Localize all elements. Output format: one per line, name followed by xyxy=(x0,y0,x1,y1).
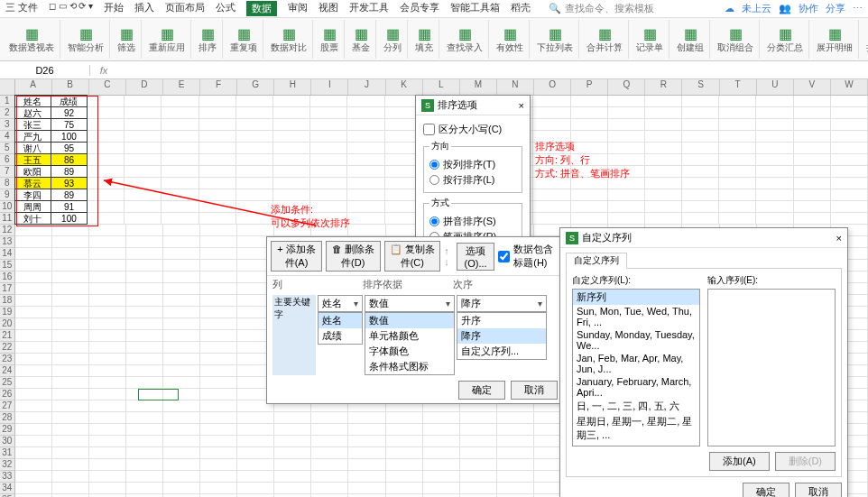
menu-8[interactable]: 会员专享 xyxy=(400,1,439,16)
ribbon-重复项[interactable]: ▦重复项 xyxy=(225,20,263,59)
col-C[interactable]: C xyxy=(89,79,126,95)
menu-6[interactable]: 视图 xyxy=(319,1,338,16)
sort-by-list[interactable]: 数值 单元格颜色 字体颜色 条件格式图标 xyxy=(365,312,455,375)
menu-5[interactable]: 审阅 xyxy=(288,1,308,16)
col-S[interactable]: S xyxy=(682,79,719,95)
ribbon-排序[interactable]: ▦排序 xyxy=(193,20,223,59)
dlg-title: 排序选项 xyxy=(438,98,477,112)
menu-9[interactable]: 智能工具箱 xyxy=(450,1,500,16)
wps-icon: S xyxy=(566,232,578,244)
header-checkbox[interactable]: 数据包含标题(H) xyxy=(498,243,559,270)
menu-3[interactable]: 公式 xyxy=(216,1,235,16)
menu-file[interactable]: 三 文件 xyxy=(5,1,38,16)
ribbon-股票[interactable]: ▦股票 xyxy=(315,20,345,59)
ribbon-下拉列表[interactable]: ▦下拉列表 xyxy=(531,20,579,59)
ribbon-数据透视表[interactable]: ▦数据透视表 xyxy=(4,20,60,59)
col-D[interactable]: D xyxy=(126,79,163,95)
add-button[interactable]: 添加(A) xyxy=(709,452,770,471)
ribbon: ▦数据透视表▦智能分析▦筛选▦重新应用▦排序▦重复项▦数据对比▦股票▦基金▦分列… xyxy=(0,18,868,61)
anno-opt: 排序选项 方向: 列、行 方式: 拼音、笔画排序 xyxy=(535,140,630,180)
col-L[interactable]: L xyxy=(423,79,460,95)
fx-icon[interactable]: fx xyxy=(90,65,117,76)
tab-custom[interactable]: 自定义序列 xyxy=(566,253,627,269)
custom-list-dialog: S自定义序列× 自定义序列 自定义序列(L): 新序列Sun, Mon, Tue… xyxy=(559,227,848,497)
menu-bar: 三 文件 ◻ ▭ ⟲ ⟳ ▾ 开始 插入 页面布局 公式 数据 审阅 视图 开发… xyxy=(0,0,868,18)
dir-row-radio[interactable]: 按行排序(L) xyxy=(429,173,516,187)
ribbon-分类汇总[interactable]: ▦分类汇总 xyxy=(762,20,809,59)
col-T[interactable]: T xyxy=(720,79,757,95)
col-I[interactable]: I xyxy=(311,79,348,95)
col-M[interactable]: M xyxy=(460,79,497,95)
col-P[interactable]: P xyxy=(571,79,608,95)
sort-order-list[interactable]: 升序 降序 自定义序列... xyxy=(457,312,547,360)
sort-col-list[interactable]: 姓名 成绩 xyxy=(318,312,363,345)
sort-ok-button[interactable]: 确定 xyxy=(458,381,505,400)
ribbon-有效性[interactable]: ▦有效性 xyxy=(491,20,530,59)
col-E[interactable]: E xyxy=(163,79,200,95)
custom-ok-button[interactable]: 确定 xyxy=(743,483,790,497)
del-button[interactable]: 删除(D) xyxy=(775,452,836,471)
col-O[interactable]: O xyxy=(534,79,571,95)
ribbon-数据对比[interactable]: ▦数据对比 xyxy=(265,20,313,59)
sort-by-select[interactable]: 数值 xyxy=(365,295,455,312)
copy-cond-button[interactable]: 📋 复制条件(C) xyxy=(384,241,441,272)
menu-0[interactable]: 开始 xyxy=(104,1,124,16)
col-Q[interactable]: Q xyxy=(608,79,645,95)
col-U[interactable]: U xyxy=(757,79,794,95)
col-G[interactable]: G xyxy=(237,79,274,95)
col-A[interactable]: A xyxy=(15,79,52,95)
menu-4[interactable]: 数据 xyxy=(246,1,277,16)
ribbon-折叠明细[interactable]: ▦折叠明细 xyxy=(861,20,868,59)
custom-cancel-button[interactable]: 取消 xyxy=(795,483,842,497)
col-N[interactable]: N xyxy=(497,79,534,95)
col-B[interactable]: B xyxy=(52,79,89,95)
ribbon-填充[interactable]: ▦填充 xyxy=(410,20,439,59)
close-icon[interactable]: × xyxy=(519,100,524,111)
dir-col-radio[interactable]: 按列排序(T) xyxy=(429,158,516,171)
wps-icon: S xyxy=(421,99,434,112)
entry-box[interactable] xyxy=(707,289,836,446)
menu-items: 三 文件 ◻ ▭ ⟲ ⟳ ▾ 开始 插入 页面布局 公式 数据 审阅 视图 开发… xyxy=(5,1,531,16)
ribbon-分列[interactable]: ▦分列 xyxy=(378,20,408,59)
ribbon-查找录入[interactable]: ▦查找录入 xyxy=(441,20,489,59)
ribbon-创建组[interactable]: ▦创建组 xyxy=(671,20,710,59)
ribbon-展开明细[interactable]: ▦展开明细 xyxy=(811,20,859,59)
menu-1[interactable]: 插入 xyxy=(134,1,154,16)
cell-reference[interactable]: D26 xyxy=(0,65,90,76)
del-cond-button[interactable]: 🗑 删除条件(D) xyxy=(326,241,381,272)
sort-cancel-button[interactable]: 取消 xyxy=(511,381,558,400)
menu-7[interactable]: 开发工具 xyxy=(349,1,389,16)
formula-bar: D26 fx xyxy=(0,61,868,79)
search-box[interactable]: 🔍查找命令、搜索模板 xyxy=(549,2,654,15)
sort-dialog: + 添加条件(A) 🗑 删除条件(D) 📋 复制条件(C) ↑ ↓ 选项(O).… xyxy=(266,236,564,404)
user-area: ☁未上云 👥协作 分享⋯ xyxy=(725,2,863,15)
ribbon-重新应用[interactable]: ▦重新应用 xyxy=(143,20,191,59)
ribbon-智能分析[interactable]: ▦智能分析 xyxy=(62,20,110,59)
data-range-highlight xyxy=(16,96,98,226)
anno-add: 添加条件: 可以多列依次排序 xyxy=(271,203,350,230)
case-checkbox[interactable]: 区分大小写(C) xyxy=(423,123,522,136)
col-F[interactable]: F xyxy=(200,79,237,95)
close-icon[interactable]: × xyxy=(836,233,842,244)
ribbon-合并计算[interactable]: ▦合并计算 xyxy=(581,20,629,59)
options-button[interactable]: 选项(O)... xyxy=(457,243,494,271)
col-H[interactable]: H xyxy=(274,79,311,95)
col-R[interactable]: R xyxy=(645,79,682,95)
ribbon-记录单[interactable]: ▦记录单 xyxy=(631,20,669,59)
menu-2[interactable]: 页面布局 xyxy=(165,1,205,16)
col-K[interactable]: K xyxy=(386,79,423,95)
col-J[interactable]: J xyxy=(348,79,385,95)
custom-list[interactable]: 新序列Sun, Mon, Tue, Wed, Thu, Fri, ...Sund… xyxy=(572,289,700,446)
sort-col-select[interactable]: 姓名 xyxy=(318,295,363,312)
ribbon-取消组合[interactable]: ▦取消组合 xyxy=(712,20,760,59)
add-cond-button[interactable]: + 添加条件(A) xyxy=(271,241,322,272)
sort-order-select[interactable]: 降序 xyxy=(457,295,547,312)
ribbon-筛选[interactable]: ▦筛选 xyxy=(112,20,142,59)
col-V[interactable]: V xyxy=(794,79,831,95)
active-cell[interactable] xyxy=(138,389,179,400)
ribbon-基金[interactable]: ▦基金 xyxy=(346,20,376,59)
pinyin-radio[interactable]: 拼音排序(S) xyxy=(429,215,516,228)
menu-10[interactable]: 稻壳 xyxy=(511,1,531,16)
col-W[interactable]: W xyxy=(831,79,868,95)
